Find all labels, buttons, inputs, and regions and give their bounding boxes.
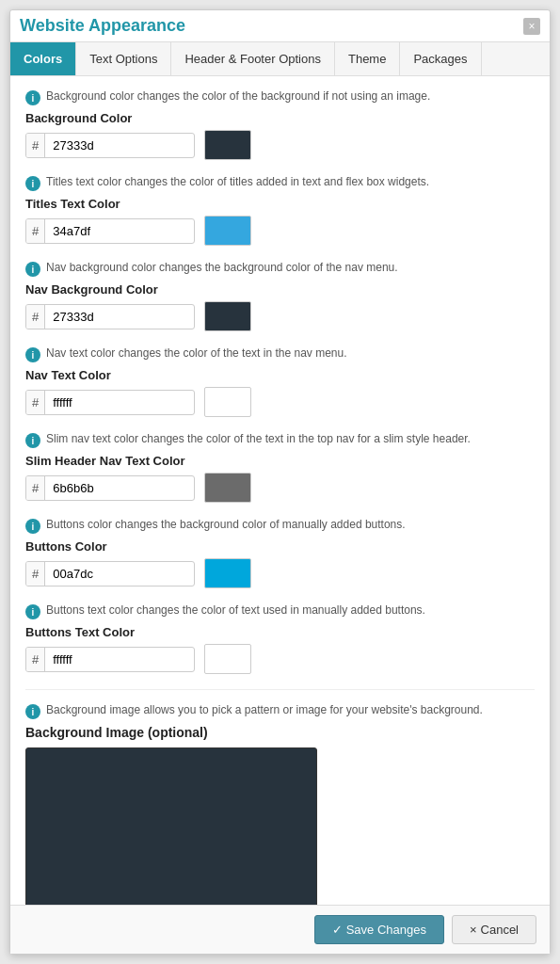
info-icon-bg-image: i <box>25 704 40 719</box>
background-color-info: i Background color changes the color of … <box>25 89 535 105</box>
titles-text-color-row: # <box>25 216 535 246</box>
nav-text-color-info: i Nav text color changes the color of th… <box>25 346 535 362</box>
x-icon: × <box>470 923 477 937</box>
nav-bg-color-info-text: Nav background color changes the backgro… <box>46 261 398 274</box>
slim-nav-text-color-swatch[interactable] <box>204 473 251 503</box>
tab-colors[interactable]: Colors <box>10 42 76 75</box>
buttons-color-info: i Buttons color changes the background c… <box>25 518 535 534</box>
buttons-color-input[interactable] <box>45 562 177 586</box>
cancel-label: Cancel <box>481 923 519 937</box>
cancel-button[interactable]: ×Cancel <box>452 915 536 944</box>
bg-image-info-text: Background image allows you to pick a pa… <box>46 703 483 716</box>
buttons-text-color-info-text: Buttons text color changes the color of … <box>46 603 425 617</box>
slim-nav-text-color-row: # <box>25 473 535 503</box>
titlebar: Website Appearance × <box>10 10 550 42</box>
close-button[interactable]: × <box>523 18 540 35</box>
bg-image-box[interactable] <box>25 747 317 905</box>
titles-text-color-input[interactable] <box>45 219 177 243</box>
titles-text-color-info: i Titles text color changes the color of… <box>25 175 535 191</box>
nav-text-color-swatch[interactable] <box>204 387 251 417</box>
website-appearance-window: Website Appearance × Colors Text Options… <box>9 9 551 955</box>
info-icon-titles-text: i <box>25 176 40 191</box>
background-image-section: i Background image allows you to pick a … <box>25 703 535 905</box>
background-color-field: Background Color # <box>25 111 535 160</box>
slim-nav-text-color-hash: # <box>26 476 45 500</box>
info-icon-background-color: i <box>25 90 40 105</box>
slim-nav-text-color-info-text: Slim nav text color changes the color of… <box>46 432 471 445</box>
slim-nav-text-color-info: i Slim nav text color changes the color … <box>25 432 535 448</box>
buttons-color-field: Buttons Color # <box>25 539 535 588</box>
tab-content: i Background color changes the color of … <box>10 76 550 905</box>
info-icon-buttons-color: i <box>25 519 40 534</box>
background-color-input[interactable] <box>45 134 177 157</box>
nav-bg-color-hash: # <box>26 305 45 329</box>
nav-text-color-info-text: Nav text color changes the color of the … <box>46 346 347 360</box>
tab-packages[interactable]: Packages <box>400 42 481 75</box>
nav-bg-color-info: i Nav background color changes the backg… <box>25 261 535 277</box>
buttons-text-color-field: Buttons Text Color # <box>25 625 535 674</box>
buttons-text-color-label: Buttons Text Color <box>25 625 535 639</box>
nav-text-color-hash: # <box>26 391 45 414</box>
bg-image-label: Background Image (optional) <box>25 725 535 740</box>
buttons-color-info-text: Buttons color changes the background col… <box>46 518 406 531</box>
nav-bg-color-row: # <box>25 301 535 331</box>
slim-nav-text-color-input-wrap: # <box>25 475 195 501</box>
nav-text-color-field: Nav Text Color # <box>25 368 535 417</box>
nav-text-color-label: Nav Text Color <box>25 368 535 382</box>
info-icon-nav-text: i <box>25 347 40 362</box>
nav-bg-color-input[interactable] <box>45 305 177 329</box>
nav-bg-color-input-wrap: # <box>25 304 195 329</box>
nav-bg-color-swatch[interactable] <box>204 301 251 331</box>
bg-image-info: i Background image allows you to pick a … <box>25 703 535 719</box>
tab-bar: Colors Text Options Header & Footer Opti… <box>10 42 550 76</box>
tab-theme[interactable]: Theme <box>335 42 400 75</box>
buttons-text-color-hash: # <box>26 648 45 671</box>
tab-header-footer[interactable]: Header & Footer Options <box>171 42 335 75</box>
buttons-color-swatch[interactable] <box>204 558 251 588</box>
buttons-text-color-input[interactable] <box>45 648 177 671</box>
background-color-info-text: Background color changes the color of th… <box>46 89 430 103</box>
nav-bg-color-field: Nav Background Color # <box>25 282 535 331</box>
buttons-text-color-input-wrap: # <box>25 647 195 672</box>
background-color-label: Background Color <box>25 111 535 125</box>
slim-nav-text-color-field: Slim Header Nav Text Color # <box>25 454 535 503</box>
titles-text-color-swatch[interactable] <box>204 216 251 246</box>
background-color-hash: # <box>26 134 45 157</box>
divider <box>25 689 535 690</box>
titles-text-color-info-text: Titles text color changes the color of t… <box>46 175 429 188</box>
buttons-text-color-row: # <box>25 644 535 674</box>
buttons-text-color-swatch[interactable] <box>204 644 251 674</box>
info-icon-slim-nav: i <box>25 433 40 448</box>
check-icon: ✓ <box>332 923 343 937</box>
nav-text-color-row: # <box>25 387 535 417</box>
buttons-color-input-wrap: # <box>25 561 195 586</box>
background-color-row: # <box>25 130 535 160</box>
titles-text-color-input-wrap: # <box>25 218 195 244</box>
buttons-color-row: # <box>25 558 535 588</box>
info-icon-buttons-text: i <box>25 604 40 619</box>
nav-text-color-input[interactable] <box>45 391 177 414</box>
titles-text-color-field: Titles Text Color # <box>25 197 535 246</box>
background-color-swatch[interactable] <box>204 130 251 160</box>
save-button[interactable]: ✓Save Changes <box>314 915 444 944</box>
slim-nav-text-color-input[interactable] <box>45 476 177 500</box>
tab-text-options[interactable]: Text Options <box>76 42 171 75</box>
titles-text-color-hash: # <box>26 219 45 243</box>
slim-nav-text-color-label: Slim Header Nav Text Color <box>25 454 535 468</box>
footer-bar: ✓Save Changes ×Cancel <box>10 905 550 954</box>
nav-bg-color-label: Nav Background Color <box>25 282 535 297</box>
save-label: Save Changes <box>346 923 426 937</box>
titles-text-color-label: Titles Text Color <box>25 197 535 211</box>
nav-text-color-input-wrap: # <box>25 390 195 415</box>
window-title: Website Appearance <box>20 16 185 36</box>
buttons-text-color-info: i Buttons text color changes the color o… <box>25 603 535 619</box>
background-color-input-wrap: # <box>25 133 195 158</box>
info-icon-nav-bg: i <box>25 262 40 277</box>
buttons-color-hash: # <box>26 562 45 586</box>
buttons-color-label: Buttons Color <box>25 539 535 554</box>
